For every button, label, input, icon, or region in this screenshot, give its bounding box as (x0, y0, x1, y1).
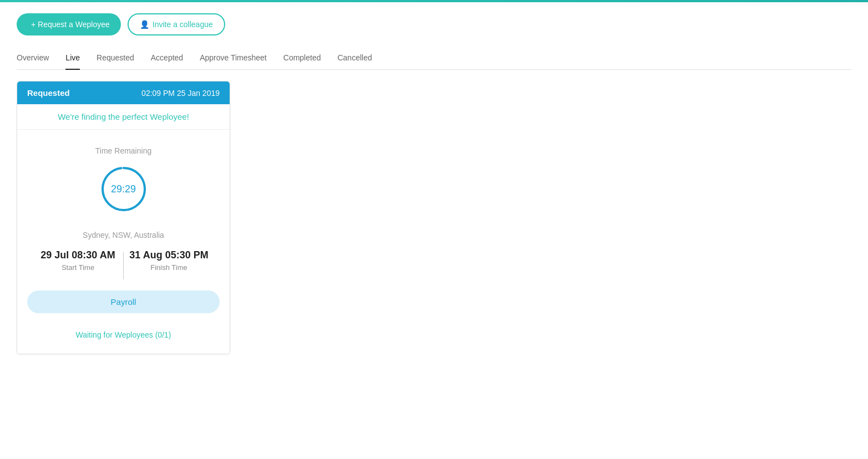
tab-overview[interactable]: Overview (17, 49, 49, 70)
card-body: Time Remaining 29:29 Sydney, NSW, Austra… (17, 130, 230, 354)
payroll-button[interactable]: Payroll (27, 290, 220, 313)
time-remaining-section: Time Remaining 29:29 (27, 141, 220, 225)
waiting-section: Waiting for Weployees (0/1) (27, 324, 220, 343)
tab-accepted[interactable]: Accepted (151, 49, 183, 70)
request-weployee-button[interactable]: + Request a Weployee (17, 13, 121, 35)
request-button-label: + Request a Weployee (31, 20, 110, 29)
start-time-value: 29 Jul 08:30 AM (33, 249, 123, 261)
card-finding-text: We're finding the perfect Weployee! (17, 104, 230, 130)
card-header: Requested 02:09 PM 25 Jan 2019 (17, 81, 230, 104)
invite-icon: 👤 (140, 20, 149, 29)
location-text: Sydney, NSW, Australia (27, 231, 220, 239)
tab-completed[interactable]: Completed (283, 49, 321, 70)
finish-time-value: 31 Aug 05:30 PM (124, 249, 214, 261)
waiting-text: Waiting for Weployees (0/1) (76, 330, 171, 339)
tab-cancelled[interactable]: Cancelled (337, 49, 372, 70)
tab-live[interactable]: Live (65, 49, 80, 70)
tab-nav: Overview Live Requested Accepted Approve… (17, 49, 851, 70)
start-time-label: Start Time (33, 263, 123, 272)
card-status: Requested (27, 88, 70, 98)
invite-button-label: Invite a colleague (153, 20, 213, 29)
invite-colleague-button[interactable]: 👤 Invite a colleague (128, 13, 225, 35)
request-card: Requested 02:09 PM 25 Jan 2019 We're fin… (17, 81, 230, 354)
page-content: + Request a Weployee 👤 Invite a colleagu… (0, 2, 868, 365)
time-remaining-label: Time Remaining (27, 146, 220, 155)
finish-time-label: Finish Time (124, 263, 214, 272)
tab-approve-timesheet[interactable]: Approve Timesheet (200, 49, 267, 70)
finish-time-item: 31 Aug 05:30 PM Finish Time (124, 249, 214, 272)
action-buttons-row: + Request a Weployee 👤 Invite a colleagu… (17, 13, 851, 35)
start-time-item: 29 Jul 08:30 AM Start Time (33, 249, 123, 272)
timer-circle: 29:29 (99, 164, 149, 214)
tab-requested[interactable]: Requested (97, 49, 134, 70)
time-details: 29 Jul 08:30 AM Start Time 31 Aug 05:30 … (27, 249, 220, 279)
timer-value: 29:29 (111, 183, 136, 195)
card-date: 02:09 PM 25 Jan 2019 (141, 89, 220, 98)
